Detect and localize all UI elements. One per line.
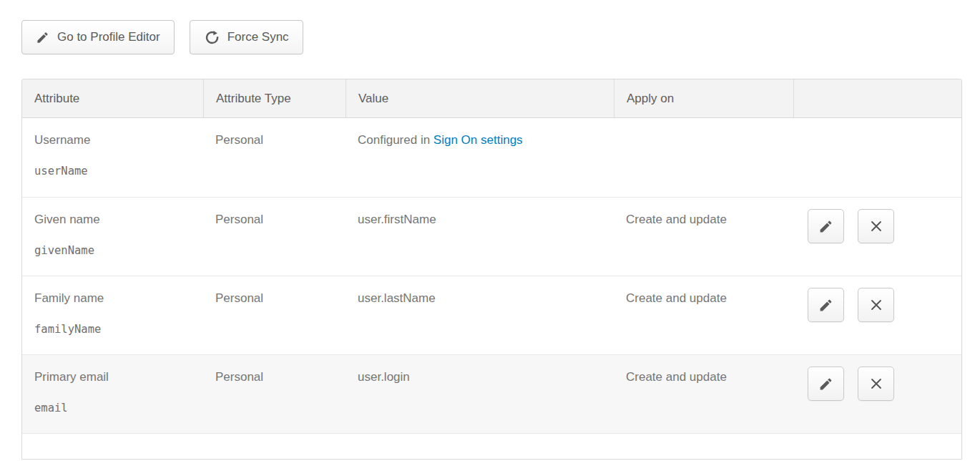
apply-on-cell: Create and update — [614, 355, 793, 433]
table-header: Attribute Attribute Type Value Apply on — [22, 79, 961, 118]
attribute-label: Username — [34, 133, 191, 147]
value-text: Configured in — [358, 133, 433, 147]
attribute-name: userName — [34, 165, 191, 178]
sign-on-settings-link[interactable]: Sign On settings — [433, 133, 523, 147]
table-row: Primary email email Personal user.login … — [22, 354, 961, 433]
attribute-type-cell: Personal — [203, 355, 346, 433]
apply-on-cell: Create and update — [614, 198, 793, 276]
pencil-icon — [818, 219, 833, 234]
header-cell-apply-on: Apply on — [614, 79, 793, 117]
attribute-label: Given name — [34, 213, 191, 227]
header-cell-actions — [793, 79, 961, 117]
actions-cell — [793, 118, 961, 197]
value-cell: user.lastName — [346, 276, 614, 354]
attribute-cell: Username userName — [22, 118, 203, 197]
edit-attribute-button[interactable] — [808, 367, 844, 401]
attribute-cell: Family name familyName — [22, 276, 203, 354]
table-row: Username userName Personal Configured in… — [22, 118, 961, 197]
toolbar: Go to Profile Editor Force Sync — [21, 20, 962, 54]
go-to-profile-editor-label: Go to Profile Editor — [57, 30, 160, 44]
pencil-icon — [36, 31, 49, 44]
attribute-cell: Primary email email — [22, 355, 203, 433]
attribute-type-cell: Personal — [203, 276, 346, 354]
refresh-icon — [204, 29, 220, 45]
x-icon — [868, 218, 884, 234]
attribute-mapping-table: Attribute Attribute Type Value Apply on … — [21, 79, 962, 460]
attribute-label: Primary email — [34, 370, 191, 384]
attribute-mappings-page: Go to Profile Editor Force Sync Attribut… — [0, 0, 980, 460]
attribute-label: Family name — [34, 291, 191, 306]
table-row — [22, 433, 961, 459]
attribute-name: familyName — [34, 323, 191, 336]
edit-attribute-button[interactable] — [808, 288, 844, 322]
force-sync-label: Force Sync — [227, 30, 289, 44]
edit-attribute-button[interactable] — [808, 209, 844, 243]
go-to-profile-editor-button[interactable]: Go to Profile Editor — [21, 20, 175, 54]
actions-cell — [793, 276, 961, 354]
delete-attribute-button[interactable] — [858, 209, 894, 243]
table-row: Given name givenName Personal user.first… — [22, 197, 961, 276]
pencil-icon — [818, 377, 833, 392]
value-cell: Configured in Sign On settings — [346, 118, 614, 197]
table-row: Family name familyName Personal user.las… — [22, 276, 961, 354]
value-cell: user.firstName — [346, 198, 614, 276]
attribute-type-cell: Personal — [203, 118, 346, 197]
value-cell: user.login — [346, 355, 614, 433]
header-cell-value: Value — [346, 79, 614, 117]
header-cell-attribute: Attribute — [22, 79, 203, 117]
attribute-name: givenName — [34, 244, 191, 257]
x-icon — [868, 376, 884, 392]
apply-on-cell — [614, 118, 793, 197]
attribute-cell: Given name givenName — [22, 198, 203, 276]
x-icon — [868, 297, 884, 313]
actions-cell — [793, 355, 961, 433]
delete-attribute-button[interactable] — [858, 367, 894, 401]
pencil-icon — [818, 298, 833, 313]
actions-cell — [793, 198, 961, 276]
delete-attribute-button[interactable] — [858, 288, 894, 322]
force-sync-button[interactable]: Force Sync — [190, 20, 303, 54]
attribute-type-cell: Personal — [203, 198, 346, 276]
attribute-name: email — [34, 402, 191, 414]
apply-on-cell: Create and update — [614, 276, 793, 354]
header-cell-attribute-type: Attribute Type — [203, 79, 346, 117]
